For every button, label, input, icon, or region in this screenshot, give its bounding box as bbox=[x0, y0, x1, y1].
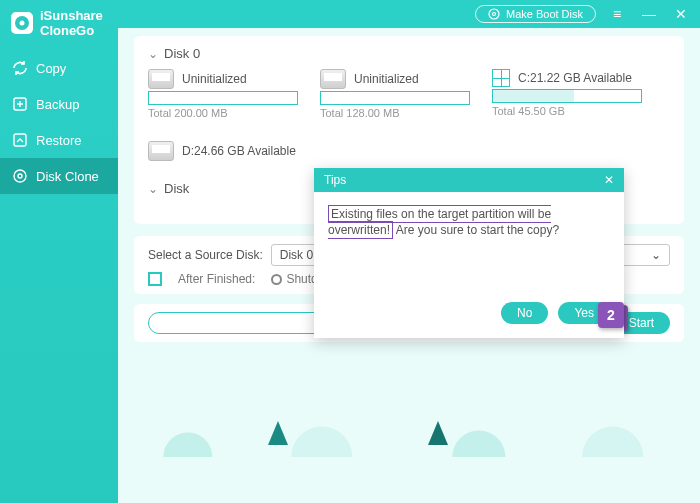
part-label: Uninitialized bbox=[354, 72, 419, 86]
annotation-badge-2: 2 bbox=[598, 302, 624, 328]
disk0-title: Disk 0 bbox=[164, 46, 200, 61]
svg-rect-4 bbox=[14, 134, 26, 146]
part-label: Uninitialized bbox=[182, 72, 247, 86]
svg-point-5 bbox=[14, 170, 26, 182]
boot-label: Make Boot Disk bbox=[506, 8, 583, 20]
partition[interactable]: Uninitialized Total 128.00 MB bbox=[320, 69, 470, 119]
app-logo: iSunshareCloneGo bbox=[0, 4, 118, 46]
menu-icon[interactable]: ≡ bbox=[606, 6, 628, 22]
hdd-icon bbox=[148, 141, 174, 161]
refresh-icon bbox=[12, 60, 28, 76]
sidebar-item-disk-clone[interactable]: Disk Clone bbox=[0, 158, 118, 194]
titlebar: Make Boot Disk ≡ — ✕ bbox=[118, 0, 700, 28]
brand-line2: CloneGo bbox=[40, 23, 103, 38]
source-disk-label: Select a Source Disk: bbox=[148, 248, 263, 262]
part-sub: Total 128.00 MB bbox=[320, 107, 470, 119]
after-finished-checkbox[interactable] bbox=[148, 272, 162, 286]
hdd-icon bbox=[148, 69, 174, 89]
svg-point-2 bbox=[20, 21, 25, 26]
restore-icon bbox=[12, 132, 28, 148]
part-sub: Total 45.50 GB bbox=[492, 105, 642, 117]
plus-box-icon bbox=[12, 96, 28, 112]
source-value: Disk 0 bbox=[280, 248, 313, 262]
partition[interactable]: D:24.66 GB Available bbox=[148, 141, 298, 161]
chevron-down-icon: ⌄ bbox=[148, 182, 158, 196]
logo-icon bbox=[10, 11, 34, 35]
sidebar-item-restore[interactable]: Restore bbox=[0, 122, 118, 158]
svg-point-6 bbox=[18, 174, 22, 178]
disk-icon bbox=[488, 8, 500, 20]
dialog-close-icon[interactable]: ✕ bbox=[604, 173, 614, 187]
partition[interactable]: Uninitialized Total 200.00 MB bbox=[148, 69, 298, 119]
make-boot-disk-button[interactable]: Make Boot Disk bbox=[475, 5, 596, 23]
dialog-no-button[interactable]: No bbox=[501, 302, 548, 324]
disk1-title: Disk bbox=[164, 181, 189, 196]
nav-label: Copy bbox=[36, 61, 66, 76]
disk-clone-icon bbox=[12, 168, 28, 184]
windows-icon bbox=[492, 69, 510, 87]
nav-label: Disk Clone bbox=[36, 169, 99, 184]
disk0-header[interactable]: ⌄ Disk 0 bbox=[148, 46, 670, 61]
part-label: C:21.22 GB Available bbox=[518, 71, 632, 85]
chevron-down-icon: ⌄ bbox=[651, 248, 661, 262]
dialog-title: Tips bbox=[324, 173, 346, 187]
close-icon[interactable]: ✕ bbox=[670, 6, 692, 22]
partition[interactable]: C:21.22 GB Available Total 45.50 GB bbox=[492, 69, 642, 119]
sidebar-item-copy[interactable]: Copy bbox=[0, 50, 118, 86]
tips-dialog: Tips ✕ Existing files on the target part… bbox=[314, 168, 624, 338]
nav-label: Backup bbox=[36, 97, 79, 112]
after-finished-label: After Finished: bbox=[178, 272, 255, 286]
hdd-icon bbox=[320, 69, 346, 89]
nav-label: Restore bbox=[36, 133, 82, 148]
minimize-icon[interactable]: — bbox=[638, 6, 660, 22]
brand-line1: iSunshare bbox=[40, 8, 103, 23]
svg-point-8 bbox=[492, 13, 495, 16]
dialog-tail-text: Are you sure to start the copy? bbox=[393, 223, 559, 237]
chevron-down-icon: ⌄ bbox=[148, 47, 158, 61]
dialog-body: Existing files on the target partition w… bbox=[314, 192, 624, 252]
sidebar-item-backup[interactable]: Backup bbox=[0, 86, 118, 122]
svg-point-7 bbox=[489, 9, 499, 19]
part-sub: Total 200.00 MB bbox=[148, 107, 298, 119]
sidebar: iSunshareCloneGo Copy Backup Restore Dis… bbox=[0, 0, 118, 503]
decoration-scenery bbox=[118, 415, 700, 457]
start-label: Start bbox=[629, 316, 654, 330]
part-label: D:24.66 GB Available bbox=[182, 144, 296, 158]
